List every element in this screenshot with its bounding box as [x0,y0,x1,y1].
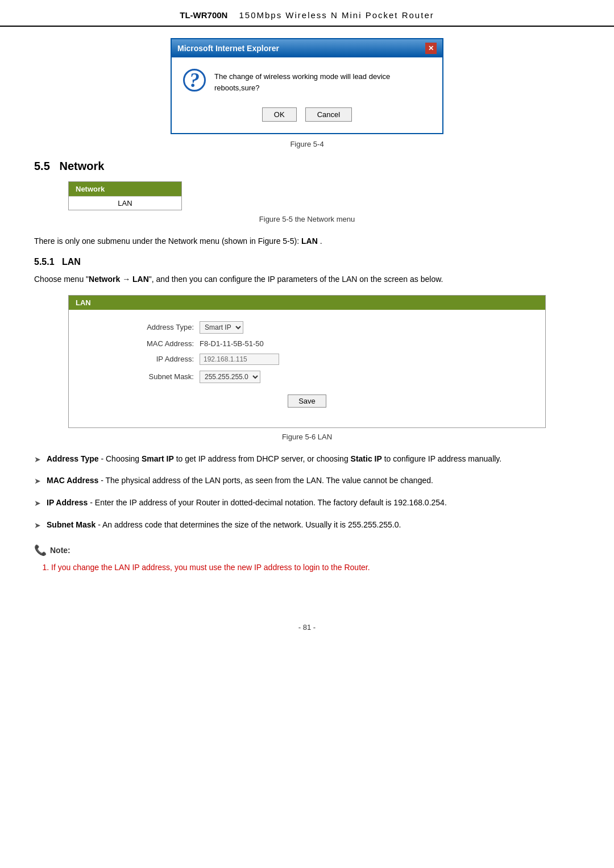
body-text-1-bold: LAN [301,236,318,246]
bullet-ip-bold: IP Address [47,498,88,507]
bullet-list: ➤ Address Type - Choosing Smart IP to ge… [34,452,580,533]
bullet-address-type: ➤ Address Type - Choosing Smart IP to ge… [34,452,580,467]
note-label-text: Note: [50,546,70,555]
body-text-1-period: . [320,236,322,246]
network-menu-header: Network [69,182,181,196]
section-title: Network [59,160,104,172]
subsection-heading: 5.5.1 LAN [34,257,580,267]
lan-panel-header: LAN [69,296,545,310]
ie-dialog-cancel-button[interactable]: Cancel [305,107,352,122]
bullet-arrow-4: ➤ [34,519,41,533]
network-menu-figure: Network LAN [68,181,580,210]
note-label: 📞 Note: [34,544,580,556]
body-text-2: Choose menu "Network → LAN", and then yo… [34,273,580,286]
page-number: - 81 - [0,623,614,643]
note-phone-icon: 📞 [34,544,47,556]
body-text-1-prefix: There is only one submenu under the Netw… [34,236,299,246]
ie-dialog-ok-button[interactable]: OK [262,107,297,122]
section-heading: 5.5 Network [34,160,580,173]
lan-save-button[interactable]: Save [288,394,326,408]
lan-panel-body: Address Type: Smart IP Static IP MAC Add… [69,310,545,427]
bullet-ip-address-content: IP Address - Enter the IP address of you… [47,496,580,510]
figure-5-caption: Figure 5-5 the Network menu [34,215,580,223]
bullet-arrow-1: ➤ [34,453,41,467]
bullet-ip-address: ➤ IP Address - Enter the IP address of y… [34,496,580,510]
bullet-mac-address: ➤ MAC Address - The physical address of … [34,474,580,488]
body-text-2-lan: LAN [132,275,149,284]
lan-mac-address-label: MAC Address: [120,339,194,348]
bullet-address-type-bold: Address Type [47,454,99,463]
ie-dialog-message: The change of wireless working mode will… [214,69,431,93]
bullet-subnet-bold: Subnet Mask [47,520,96,529]
lan-subnet-mask-label: Subnet Mask: [120,372,194,381]
note-section: 📞 Note: If you change the LAN IP address… [34,544,580,575]
page-header: TL-WR700N 150Mbps Wireless N Mini Pocket… [0,0,614,27]
figure-6-caption: Figure 5-6 LAN [34,433,580,441]
bullet-static-ip: Static IP [351,454,382,463]
body-text-1: There is only one submenu under the Netw… [34,235,580,248]
section-number: 5.5 [34,160,50,172]
subsection-number: 5.5.1 [34,257,55,267]
network-menu-lan-item[interactable]: LAN [69,196,181,210]
bullet-subnet-mask: ➤ Subnet Mask - An address code that det… [34,518,580,533]
lan-ip-address-row: IP Address: [74,354,540,365]
body-text-2-arrow: → [120,275,132,284]
lan-mac-address-value: F8-D1-11-5B-51-50 [200,339,264,348]
bullet-mac-address-content: MAC Address - The physical address of th… [47,474,580,488]
lan-ip-address-input[interactable] [200,354,279,365]
header-description: 150Mbps Wireless N Mini Pocket Router [239,10,434,20]
body-text-2-prefix: Choose menu " [34,275,89,284]
lan-subnet-mask-row: Subnet Mask: 255.255.255.0 [74,371,540,383]
note-item-1: If you change the LAN IP address, you mu… [51,561,580,575]
ie-dialog: Microsoft Internet Explorer ✕ ? The chan… [171,38,443,134]
ie-dialog-wrapper: Microsoft Internet Explorer ✕ ? The chan… [34,38,580,134]
bullet-mac-bold: MAC Address [47,476,98,485]
note-list: If you change the LAN IP address, you mu… [34,561,580,575]
body-text-2-network: Network [89,275,120,284]
ie-dialog-close-button[interactable]: ✕ [425,43,437,54]
ie-dialog-body: ? The change of wireless working mode wi… [172,57,442,99]
network-menu-box: Network LAN [68,181,182,210]
subsection-title: LAN [62,257,81,267]
main-content: Microsoft Internet Explorer ✕ ? The chan… [0,38,614,600]
lan-panel: LAN Address Type: Smart IP Static IP MAC… [68,295,546,428]
figure-4-caption: Figure 5-4 [34,140,580,148]
lan-mac-address-row: MAC Address: F8-D1-11-5B-51-50 [74,339,540,348]
ie-dialog-title-bar: Microsoft Internet Explorer ✕ [172,39,442,57]
bullet-arrow-2: ➤ [34,475,41,488]
bullet-smart-ip: Smart IP [142,454,174,463]
lan-subnet-mask-select[interactable]: 255.255.255.0 [200,371,260,383]
ie-dialog-question-icon: ? [183,69,206,92]
bullet-address-type-content: Address Type - Choosing Smart IP to get … [47,452,580,466]
bullet-subnet-mask-content: Subnet Mask - An address code that deter… [47,518,580,532]
ie-dialog-title-text: Microsoft Internet Explorer [177,44,279,53]
bullet-arrow-3: ➤ [34,497,41,510]
lan-save-row: Save [74,389,540,416]
lan-ip-address-label: IP Address: [120,355,194,363]
lan-address-type-select[interactable]: Smart IP Static IP [200,321,243,334]
body-text-2-suffix: ", and then you can configure the IP par… [149,275,443,284]
ie-dialog-buttons: OK Cancel [172,99,442,133]
lan-address-type-label: Address Type: [120,323,194,331]
header-model: TL-WR700N [180,10,227,20]
lan-address-type-row: Address Type: Smart IP Static IP [74,321,540,334]
